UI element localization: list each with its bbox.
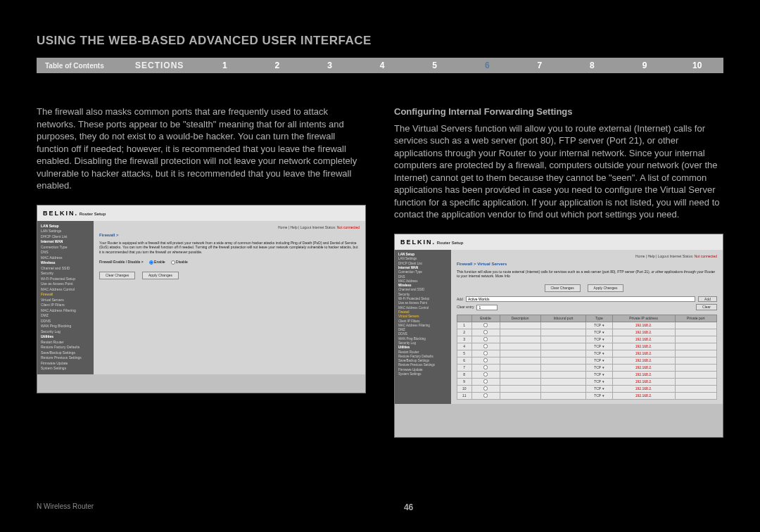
nav-5[interactable]: 5 [408, 61, 461, 70]
ss1-desc: Your Router is equipped with a firewall … [99, 241, 360, 255]
ss1-top-links: Home | Help | Logout Internet Status: No… [99, 225, 360, 230]
side-item: DNS [41, 250, 90, 255]
side-item: Save/Backup Settings [41, 350, 90, 356]
nav-9[interactable]: 9 [619, 61, 671, 70]
nav-toc[interactable]: Table of Contents [37, 62, 135, 70]
enable-checkbox[interactable] [483, 365, 488, 369]
side-item: Restart Router [41, 340, 90, 346]
side-item: MAC Address Filtering [41, 308, 90, 314]
add-button[interactable]: Add [698, 296, 717, 303]
enable-checkbox[interactable] [483, 344, 488, 348]
table-header: Inbound port [540, 315, 585, 322]
ss2-top-links: Home | Help | Logout Internet Status: No… [457, 254, 717, 259]
ss1-crumb: Firewall > [99, 232, 360, 238]
enable-checkbox[interactable] [483, 351, 488, 355]
table-row: 11TCP ▾192.168.2. [457, 392, 717, 399]
side-item: Firmware Update [41, 361, 90, 367]
nav-2[interactable]: 2 [251, 61, 304, 70]
firewall-enable-label: Firewall Enable / Disable > [99, 260, 144, 265]
table-row: 7TCP ▾192.168.2. [457, 364, 717, 371]
enable-checkbox[interactable] [483, 372, 488, 376]
side-item: WAN Ping Blocking [41, 324, 90, 329]
table-header [457, 315, 472, 322]
table-row: 9TCP ▾192.168.2. [457, 378, 717, 385]
left-column: The firewall also masks common ports tha… [37, 106, 366, 438]
enable-checkbox[interactable] [483, 323, 488, 327]
enable-checkbox[interactable] [483, 379, 488, 384]
clear-changes-button[interactable]: Clear Changes [99, 272, 135, 279]
enable-checkbox[interactable] [483, 358, 488, 362]
virtual-servers-paragraph: The Virtual Servers function will allow … [394, 122, 723, 221]
clear-entry-select[interactable] [476, 305, 498, 310]
screenshot-firewall: BELKIN. Router Setup LAN Setup LAN Setti… [37, 205, 366, 393]
table-row: 6TCP ▾192.168.2. [457, 357, 717, 364]
clear-button[interactable]: Clear [696, 304, 717, 310]
nav-8[interactable]: 8 [566, 61, 619, 70]
side-wireless: Wireless [41, 260, 90, 266]
side-item: Security [41, 271, 90, 277]
side-item: LAN Settings [41, 229, 90, 234]
router-setup-label: Router Setup [80, 212, 106, 216]
ss2-crumb: Firewall > Virtual Servers [457, 261, 717, 267]
router-setup-label: Router Setup [437, 241, 464, 245]
add-select[interactable] [466, 296, 695, 302]
side-item: MAC Address [41, 255, 90, 261]
table-row: 1TCP ▾192.168.2. [457, 322, 717, 329]
enable-checkbox[interactable] [483, 330, 488, 334]
enable-checkbox[interactable] [483, 393, 488, 398]
side-item: MAC Address Control [41, 287, 90, 293]
table-header: Private port [675, 315, 716, 322]
radio-disable[interactable]: Disable [171, 260, 188, 265]
nav-4[interactable]: 4 [356, 61, 409, 70]
ss2-main: Home | Help | Logout Internet Status: No… [451, 250, 723, 404]
side-item: Restore Factory Defaults [41, 345, 90, 350]
side-internet-wan: Internet WAN [41, 239, 90, 245]
side-item: Connection Type [41, 245, 90, 251]
table-row: 2TCP ▾192.168.2. [457, 329, 717, 336]
table-header: Enable [471, 315, 500, 322]
side-firewall: Firewall [41, 292, 90, 298]
side-item: Use as Access Point [41, 281, 90, 287]
belkin-logo: BELKIN. [400, 239, 436, 246]
footer-model: N Wireless Router [37, 502, 94, 512]
side-item: DHCP Client List [41, 234, 90, 240]
nav-7[interactable]: 7 [514, 61, 566, 70]
apply-changes-button[interactable]: Apply Changes [142, 272, 179, 279]
nav-3[interactable]: 3 [303, 61, 356, 70]
ss1-main: Home | Help | Logout Internet Status: No… [94, 221, 365, 374]
ss1-sidebar: LAN Setup LAN Settings DHCP Client List … [37, 221, 94, 374]
side-utilities: Utilities [41, 334, 90, 340]
side-item: Channel and SSID [41, 266, 90, 272]
nav-1[interactable]: 1 [198, 61, 251, 70]
table-header: Private IP address [612, 315, 675, 322]
side-item: Virtual Servers [41, 298, 90, 303]
nav-6[interactable]: 6 [461, 61, 514, 70]
add-label: Add [457, 297, 463, 302]
clear-changes-button[interactable]: Clear Changes [545, 284, 581, 292]
radio-enable[interactable]: Enable [149, 260, 165, 265]
table-header: Type [586, 315, 613, 322]
side-item: System Settings [398, 372, 448, 376]
side-lan-setup: LAN Setup [41, 224, 90, 229]
side-item: DMZ [41, 313, 90, 319]
apply-changes-button[interactable]: Apply Changes [588, 284, 624, 292]
firewall-paragraph: The firewall also masks common ports tha… [37, 106, 366, 192]
config-heading: Configuring Internal Forwarding Settings [394, 106, 723, 118]
enable-checkbox[interactable] [483, 337, 488, 341]
ss2-desc: This function will allow you to route ex… [457, 270, 717, 279]
screenshot-virtual-servers: BELKIN. Router Setup LAN Setup LAN Setti… [394, 234, 723, 438]
side-item: Restore Previous Settings [41, 355, 90, 361]
virtual-servers-table: EnableDescriptionInbound portTypePrivate… [457, 315, 717, 400]
nav-10[interactable]: 10 [671, 61, 723, 70]
right-column: Configuring Internal Forwarding Settings… [394, 106, 723, 438]
table-row: 10TCP ▾192.168.2. [457, 385, 717, 392]
side-item: Client IP Filters [41, 303, 90, 308]
table-row: 5TCP ▾192.168.2. [457, 350, 717, 357]
table-row: 8TCP ▾192.168.2. [457, 371, 717, 378]
enable-checkbox[interactable] [483, 386, 488, 391]
page-number: 46 [404, 502, 413, 512]
page-title: USING THE WEB-BASED ADVANCED USER INTERF… [37, 34, 372, 48]
table-row: 3TCP ▾192.168.2. [457, 336, 717, 343]
content: The firewall also masks common ports tha… [37, 106, 723, 438]
table-row: 4TCP ▾192.168.2. [457, 343, 717, 350]
